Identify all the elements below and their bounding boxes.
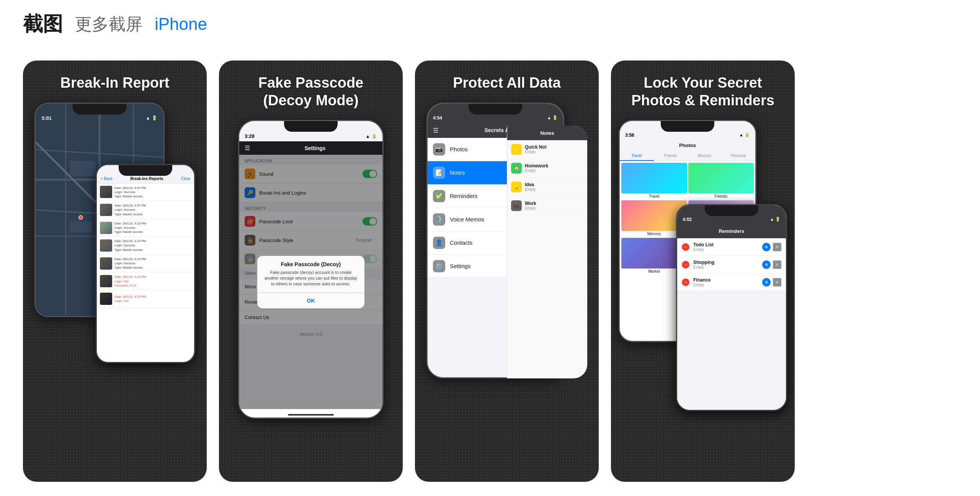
shopping-name: Shopping bbox=[693, 260, 758, 265]
card1-phones: 5:01 ▲ 🔋 < Back Break-Ins Reports Clear bbox=[34, 103, 195, 363]
photos-time: 3:56 bbox=[625, 133, 634, 138]
list-item: Date: 28/1/22, 4:15 PM Login: Success Ty… bbox=[97, 219, 194, 237]
avatar bbox=[100, 293, 112, 305]
contacts-icon: 👤 bbox=[433, 237, 445, 249]
photos-header: Photos bbox=[620, 139, 755, 151]
protect-status: ▲ 🔋 bbox=[547, 115, 558, 121]
reminder-item-shopping: − Shopping Empty ⊕ ≡ bbox=[677, 256, 786, 273]
photo-travel bbox=[621, 163, 687, 193]
reminder-dot: − bbox=[682, 243, 689, 251]
quick-note-info: Quick Not Empty bbox=[525, 144, 547, 154]
breakin-info: Date: 28/1/22, 4:57 PM Login: Success Ty… bbox=[114, 203, 146, 216]
settings-time: 3:28 bbox=[245, 133, 255, 139]
photo-cell-travel: Travel bbox=[621, 163, 687, 199]
reminders-list: − Todo List Empty ⊕ ≡ − Shoppin bbox=[677, 238, 786, 411]
header-title: 截图 bbox=[23, 11, 63, 38]
settings-icon: ⚙️ bbox=[433, 260, 445, 272]
list-item: Date: 28/1/22, 4:57 PM Login: Success Ty… bbox=[97, 183, 194, 201]
svg-rect-11 bbox=[69, 221, 92, 232]
svg-rect-9 bbox=[69, 161, 96, 176]
page-header: 截图 更多截屏 iPhone bbox=[0, 0, 980, 45]
tab-friends[interactable]: Friends bbox=[654, 151, 688, 161]
protect-time: 4:54 bbox=[433, 115, 442, 121]
screenshots-container: Break-In Report bbox=[0, 45, 980, 496]
back-button[interactable]: < Back bbox=[101, 177, 113, 181]
settings-nav: ☰ Settings bbox=[239, 141, 382, 155]
settings-notch bbox=[284, 121, 338, 132]
homework-name: Homework bbox=[525, 163, 548, 169]
finance-menu-btn[interactable]: ≡ bbox=[773, 278, 781, 286]
card-lock-photos: Lock Your SecretPhotos & Reminders 3:56 … bbox=[611, 61, 795, 482]
finance-name: Finance bbox=[693, 277, 758, 283]
homework-status: Empty bbox=[525, 169, 548, 173]
breakin-info: Date: 28/1/22, 4:12 PM Login: Success Ty… bbox=[114, 239, 146, 252]
map-time: 5:01 bbox=[42, 115, 52, 121]
tab-travel[interactable]: Travel bbox=[620, 151, 654, 161]
avatar bbox=[100, 257, 112, 270]
list-item: Date: 28/1/22, 4:12 PM Login: Fail bbox=[97, 290, 194, 308]
list-item: Date: 28/1/22, 4:12 PM Login: Success Ty… bbox=[97, 255, 194, 273]
settings-nav-title: Settings bbox=[253, 145, 377, 151]
tab-memory[interactable]: Memory bbox=[688, 151, 722, 161]
notes-panel-title: Notes bbox=[540, 130, 554, 136]
notes-folder-quick[interactable]: ⭐ Quick Not Empty bbox=[507, 140, 587, 159]
card-break-in: Break-In Report bbox=[23, 61, 207, 482]
quick-note-name: Quick Not bbox=[525, 144, 547, 150]
notes-folder-idea[interactable]: 💡 Idea Empty bbox=[507, 178, 587, 196]
home-indicator bbox=[239, 409, 382, 419]
photos-title: Photos bbox=[679, 142, 696, 148]
shopping-menu-btn[interactable]: ≡ bbox=[773, 260, 781, 269]
quick-note-icon: ⭐ bbox=[511, 144, 522, 155]
modal-overlay: Fake Passcode (Decoy) Fake passcode (dec… bbox=[239, 155, 382, 409]
shopping-action-btn[interactable]: ⊕ bbox=[762, 260, 771, 269]
front-notch bbox=[119, 165, 172, 176]
clear-button[interactable]: Clear bbox=[181, 177, 190, 181]
phone-front-breakin: < Back Break-Ins Reports Clear Date: 28/… bbox=[96, 164, 195, 363]
idea-status: Empty bbox=[525, 187, 536, 192]
homework-info: Homework Empty bbox=[525, 163, 548, 173]
work-name: Work bbox=[525, 201, 536, 206]
phone-notch bbox=[73, 104, 126, 115]
breakin-info-fail: Date: 28/1/22, 4:12 PM Login: Fail bbox=[114, 295, 146, 303]
card-fake-passcode: Fake Passcode(Decoy Mode) 3:28 ▲ 🔋 ☰ Set… bbox=[219, 61, 403, 482]
tab-personal[interactable]: Personal bbox=[722, 151, 756, 161]
photos-status: ▲ 🔋 bbox=[739, 133, 750, 138]
reminders-header-title: Reminders bbox=[719, 228, 744, 234]
photo-friends bbox=[688, 163, 754, 193]
todo-action-btn[interactable]: ⊕ bbox=[762, 243, 771, 251]
notes-icon: 📝 bbox=[433, 167, 445, 179]
home-bar bbox=[288, 414, 334, 416]
avatar bbox=[100, 275, 112, 287]
breakin-nav-title: Break-Ins Reports bbox=[130, 177, 163, 181]
breakin-info: Date: 28/1/22, 4:57 PM Login: Success Ty… bbox=[114, 186, 146, 199]
card1-title: Break-In Report bbox=[60, 74, 169, 92]
more-screenshots-link[interactable]: 更多截屏 bbox=[75, 13, 142, 36]
finance-actions: ⊕ ≡ bbox=[762, 278, 781, 286]
phone-reminders: 4:02 ▲ 🔋 Reminders − Todo List Empty bbox=[676, 204, 787, 411]
idea-info: Idea Empty bbox=[525, 182, 536, 192]
todo-menu-btn[interactable]: ≡ bbox=[773, 243, 781, 251]
reminder-item-finance: − Finance Empty ⊕ ≡ bbox=[677, 273, 786, 291]
photo-cell-friends: Friends bbox=[688, 163, 754, 199]
idea-name: Idea bbox=[525, 182, 536, 187]
quick-note-status: Empty bbox=[525, 150, 547, 154]
protect-notch bbox=[469, 104, 522, 115]
homework-icon: 🏠 bbox=[511, 163, 522, 174]
settings-nav-icon: ☰ bbox=[245, 144, 250, 152]
settings-content: Application 🔊 Sound 🔑 Break-Ins and Logi… bbox=[239, 155, 382, 409]
finance-status: Empty bbox=[693, 283, 758, 287]
todo-name: Todo List bbox=[693, 242, 758, 247]
finance-action-btn[interactable]: ⊕ bbox=[762, 278, 771, 286]
notes-folder-work[interactable]: 💼 Work Empty bbox=[507, 196, 587, 215]
todo-actions: ⊕ ≡ bbox=[762, 243, 781, 251]
modal-ok-button[interactable]: OK bbox=[257, 293, 364, 308]
reminder-item-todo: − Todo List Empty ⊕ ≡ bbox=[677, 238, 786, 256]
shopping-status: Empty bbox=[693, 265, 758, 269]
iphone-link[interactable]: iPhone bbox=[155, 15, 207, 34]
notes-folder-homework[interactable]: 🏠 Homework Empty bbox=[507, 159, 587, 178]
shopping-actions: ⊕ ≡ bbox=[762, 260, 781, 269]
reminder-info-shopping: Shopping Empty bbox=[693, 260, 758, 269]
work-status: Empty bbox=[525, 206, 536, 210]
breakin-list: Date: 28/1/22, 4:57 PM Login: Success Ty… bbox=[97, 183, 194, 357]
map-status-icons: ▲ 🔋 bbox=[146, 115, 157, 121]
